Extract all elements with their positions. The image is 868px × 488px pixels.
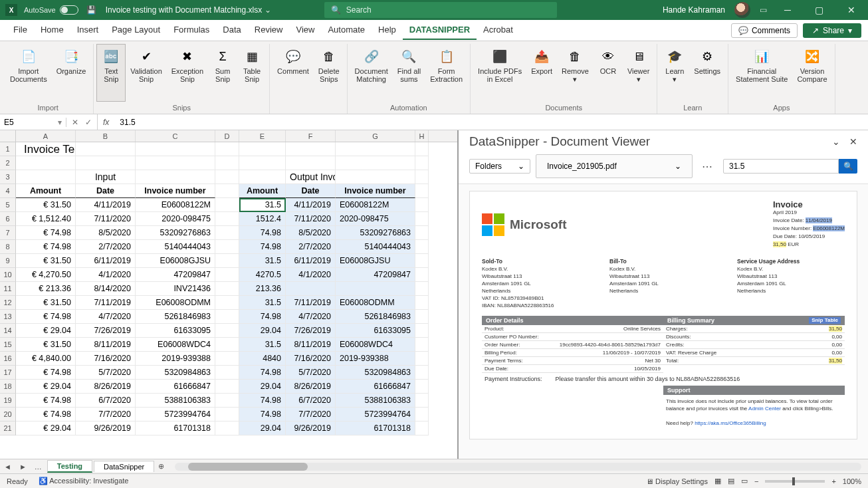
menu-review[interactable]: Review: [248, 21, 290, 40]
row-header[interactable]: 21: [0, 422, 16, 435]
cell[interactable]: E06008WDC4: [136, 338, 215, 352]
autosave[interactable]: AutoSave: [24, 5, 78, 15]
find-input[interactable]: [723, 159, 839, 174]
cell[interactable]: 8/14/2020: [76, 282, 136, 296]
col-header-C[interactable]: C: [136, 130, 215, 142]
cell[interactable]: 31.5: [239, 296, 286, 310]
cell[interactable]: [136, 156, 215, 170]
close-button[interactable]: ✕: [840, 5, 863, 15]
menu-home[interactable]: Home: [34, 21, 70, 40]
cell[interactable]: [239, 142, 286, 156]
menu-file[interactable]: File: [7, 21, 34, 40]
cell[interactable]: [76, 142, 136, 156]
snip-table-badge[interactable]: Snip Table: [809, 317, 841, 324]
cell[interactable]: 4/7/2020: [76, 310, 136, 324]
next-tab-icon[interactable]: ►: [15, 463, 31, 471]
cell[interactable]: 9/26/2019: [76, 422, 136, 435]
cell[interactable]: 29.04: [239, 380, 286, 394]
cell[interactable]: 7/16/2020: [286, 352, 336, 366]
cell[interactable]: 2019-939388: [136, 352, 215, 366]
row-header[interactable]: 17: [0, 366, 16, 380]
autosave-toggle[interactable]: [60, 5, 78, 15]
cell[interactable]: [415, 296, 429, 310]
version-compare-button[interactable]: 🔀VersionCompare: [792, 44, 831, 102]
cell[interactable]: [415, 282, 429, 296]
cell[interactable]: 213.36: [239, 282, 286, 296]
ocr-button[interactable]: 👁OCR: [594, 44, 623, 102]
cell[interactable]: [215, 142, 239, 156]
cell[interactable]: 5140444043: [136, 240, 215, 254]
cell[interactable]: [215, 324, 239, 338]
zoom-out-icon[interactable]: −: [754, 477, 758, 485]
cell[interactable]: [336, 282, 415, 296]
cell[interactable]: 53209276863: [336, 226, 415, 240]
cell[interactable]: [16, 170, 76, 184]
row-header[interactable]: 1: [0, 142, 16, 156]
maximize-button[interactable]: ▢: [808, 5, 831, 15]
cell[interactable]: [215, 240, 239, 254]
cell[interactable]: 7/11/2020: [286, 212, 336, 226]
cell[interactable]: 7/11/2019: [286, 296, 336, 310]
cell[interactable]: 7/11/2020: [76, 212, 136, 226]
cell[interactable]: 4270.5: [239, 268, 286, 282]
cell[interactable]: 74.98: [239, 394, 286, 408]
cell[interactable]: 8/11/2019: [286, 338, 336, 352]
admin-center-link[interactable]: Admin Center: [748, 406, 781, 412]
formula-value[interactable]: 31.5: [114, 118, 140, 127]
cell[interactable]: E06008GJSU: [136, 254, 215, 268]
cell[interactable]: 1512.4: [239, 212, 286, 226]
cell[interactable]: € 74.98: [16, 310, 76, 324]
fss-button[interactable]: 📊FinancialStatement Suite: [731, 44, 792, 102]
exception-snip-button[interactable]: ✖ExceptionSnip: [167, 44, 208, 102]
cell[interactable]: € 31.50: [16, 198, 76, 212]
row-header[interactable]: 6: [0, 212, 16, 226]
cell[interactable]: [215, 422, 239, 435]
cell[interactable]: [415, 380, 429, 394]
cell[interactable]: [286, 142, 336, 156]
row-header[interactable]: 5: [0, 198, 16, 212]
cell[interactable]: € 74.98: [16, 366, 76, 380]
cell[interactable]: 5320984863: [336, 366, 415, 380]
cell[interactable]: [239, 170, 286, 184]
cell[interactable]: 47209847: [336, 268, 415, 282]
cell[interactable]: € 74.98: [16, 240, 76, 254]
cell[interactable]: 74.98: [239, 366, 286, 380]
row-header[interactable]: 10: [0, 268, 16, 282]
cell[interactable]: 5320984863: [136, 366, 215, 380]
cell[interactable]: [136, 142, 215, 156]
accept-icon[interactable]: ✓: [85, 118, 92, 127]
col-header-E[interactable]: E: [239, 130, 286, 142]
cell[interactable]: INV21436: [136, 282, 215, 296]
cell[interactable]: 5140444043: [336, 240, 415, 254]
cell[interactable]: 2019-939388: [336, 352, 415, 366]
row-header[interactable]: 20: [0, 408, 16, 422]
cell[interactable]: [415, 184, 429, 198]
cell[interactable]: [336, 156, 415, 170]
chevron-down-icon[interactable]: ⌄: [265, 5, 271, 15]
cancel-icon[interactable]: ✕: [72, 118, 78, 127]
row-header[interactable]: 4: [0, 184, 16, 198]
viewer-button[interactable]: 🖥Viewer▾: [623, 44, 654, 102]
cell[interactable]: 8/26/2019: [76, 380, 136, 394]
cell[interactable]: [215, 310, 239, 324]
cell[interactable]: 29.04: [239, 324, 286, 338]
menu-insert[interactable]: Insert: [70, 21, 106, 40]
cell[interactable]: E06008WDC4: [336, 338, 415, 352]
cell[interactable]: 31.5: [239, 338, 286, 352]
cell[interactable]: 61666847: [336, 380, 415, 394]
cell[interactable]: € 4,270.50: [16, 268, 76, 282]
cell[interactable]: Amount: [239, 184, 286, 198]
cell[interactable]: 74.98: [239, 408, 286, 422]
cell[interactable]: € 74.98: [16, 226, 76, 240]
cell[interactable]: 9/26/2019: [286, 422, 336, 435]
cell[interactable]: E06008122M: [336, 198, 415, 212]
cell[interactable]: 4840: [239, 352, 286, 366]
cell[interactable]: [415, 268, 429, 282]
comment-button[interactable]: 💬Comment: [272, 44, 314, 110]
name-box[interactable]: E5▾: [0, 118, 66, 127]
cell[interactable]: [215, 296, 239, 310]
cell[interactable]: Invoice Testing: [16, 142, 76, 156]
cell[interactable]: 6/11/2019: [286, 254, 336, 268]
settings-button[interactable]: ⚙Settings: [689, 44, 725, 102]
row-header[interactable]: 15: [0, 338, 16, 352]
